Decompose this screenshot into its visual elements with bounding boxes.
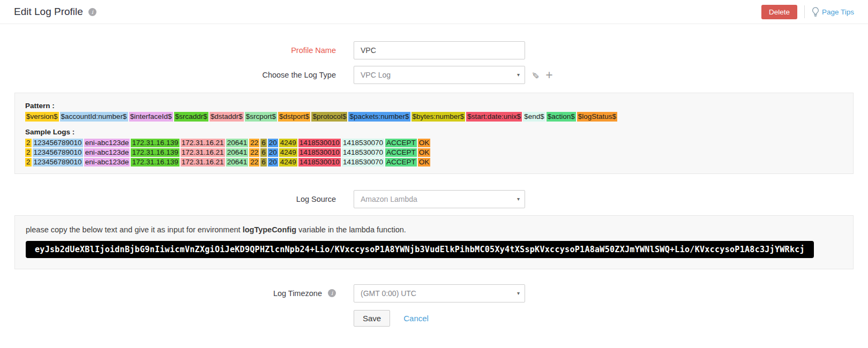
log-source-value: Amazon Lambda xyxy=(361,195,417,203)
log-type-config-code[interactable]: eyJsb2dUeXBlIjoidnBjbG9nIiwicmVnZXgiOiJe… xyxy=(26,241,814,258)
edit-log-type-icon[interactable]: ✎ xyxy=(529,71,541,79)
sample-log-field: 2 xyxy=(25,139,32,147)
pattern-token: $protocol$ xyxy=(311,112,347,122)
sample-log-field: 123456789010 xyxy=(33,139,83,147)
chevron-down-icon: ▾ xyxy=(517,290,520,296)
sample-logs: 2123456789010eni-abc123de172.31.16.13917… xyxy=(25,138,843,167)
sample-log-field: 6 xyxy=(260,148,267,157)
pattern-token: $start:date:unix$ xyxy=(466,112,522,122)
pattern-token: $bytes:number$ xyxy=(411,112,466,122)
sample-log-field: 172.31.16.21 xyxy=(181,139,225,147)
log-type-row: Choose the Log Type VPC Log ▾ ✎ + xyxy=(0,66,868,84)
log-timezone-row: Log Timezone i (GMT 0:00) UTC ▾ xyxy=(0,284,868,302)
sample-log-field: 2 xyxy=(25,148,32,157)
log-type-select[interactable]: VPC Log ▾ xyxy=(354,66,525,84)
delete-button[interactable]: Delete xyxy=(761,5,797,19)
sample-log-field: 22 xyxy=(249,139,259,147)
sample-log-field: 20641 xyxy=(226,158,249,167)
sample-log-field: ACCEPT xyxy=(385,139,417,147)
sample-log-field: eni-abc123de xyxy=(84,148,130,157)
sample-log-field: 22 xyxy=(249,148,259,157)
log-source-row: Log Source Amazon Lambda ▾ xyxy=(0,190,868,208)
sample-log-field: 172.31.16.139 xyxy=(131,148,179,157)
sample-log-field: 1418530070 xyxy=(342,139,384,147)
chevron-down-icon: ▾ xyxy=(517,72,520,78)
profile-name-row: Profile Name xyxy=(0,41,868,59)
header: Edit Log Profile i Delete Page Tips xyxy=(0,0,868,24)
pattern-tokens: $version$$accountId:number$$interfaceId$… xyxy=(25,111,843,122)
sample-log-field: 1418530010 xyxy=(298,158,341,167)
page-tips-label: Page Tips xyxy=(822,8,854,16)
pattern-token: $dstaddr$ xyxy=(209,112,244,122)
sample-log-field: 1418530070 xyxy=(342,158,384,167)
sample-log-field: 22 xyxy=(249,158,259,167)
sample-log-field: 20641 xyxy=(226,148,249,157)
sample-log-field: 6 xyxy=(260,158,267,167)
page-tips-link[interactable]: Page Tips xyxy=(812,7,854,17)
instruction-prefix: please copy the below text and give it a… xyxy=(26,225,243,234)
pattern-token: $srcaddr$ xyxy=(174,112,208,122)
sample-log-field: 1418530010 xyxy=(298,148,341,157)
sample-log-field: 20 xyxy=(268,148,278,157)
sample-log-field: ACCEPT xyxy=(385,158,417,167)
sample-log-field: 6 xyxy=(260,139,267,147)
sample-log-field: 172.31.16.139 xyxy=(131,139,179,147)
save-button[interactable]: Save xyxy=(354,310,390,327)
sample-log-field: 4249 xyxy=(279,139,297,147)
pattern-token: $version$ xyxy=(25,112,59,122)
sample-log-field: OK xyxy=(418,148,431,157)
sample-log-field: 2 xyxy=(25,158,32,167)
sample-log-field: 20 xyxy=(268,139,278,147)
pattern-heading: Pattern : xyxy=(25,102,843,110)
sample-log-field: ACCEPT xyxy=(385,148,417,157)
profile-name-label: Profile Name xyxy=(0,46,336,55)
cancel-link[interactable]: Cancel xyxy=(403,314,429,323)
sample-log-field: 123456789010 xyxy=(33,148,83,157)
log-type-label: Choose the Log Type xyxy=(0,71,336,79)
pattern-token: $interfaceId$ xyxy=(129,112,173,122)
sample-log-field: 1418530070 xyxy=(342,148,384,157)
page-title: Edit Log Profile xyxy=(14,6,83,18)
log-timezone-select[interactable]: (GMT 0:00) UTC ▾ xyxy=(354,284,525,302)
pattern-token: $accountId:number$ xyxy=(60,112,128,122)
pattern-token: $action$ xyxy=(547,112,576,122)
sample-log-field: 172.31.16.21 xyxy=(181,158,225,167)
log-source-select[interactable]: Amazon Lambda ▾ xyxy=(354,190,525,208)
sample-log-field: eni-abc123de xyxy=(84,139,130,147)
sample-log-field: 20641 xyxy=(226,139,249,147)
sample-log-field: 123456789010 xyxy=(33,158,83,167)
instruction-suffix: variable in the lambda function. xyxy=(296,225,406,234)
instruction-variable-name: logTypeConfig xyxy=(243,225,296,234)
log-source-label: Log Source xyxy=(0,195,336,203)
sample-log-field: 4249 xyxy=(279,158,297,167)
lambda-config-panel: please copy the below text and give it a… xyxy=(14,215,854,269)
edit-log-profile-form: Profile Name Choose the Log Type VPC Log… xyxy=(0,41,868,84)
sample-log-row: 2123456789010eni-abc123de172.31.16.13917… xyxy=(25,138,843,147)
chevron-down-icon: ▾ xyxy=(517,196,520,202)
sample-log-row: 2123456789010eni-abc123de172.31.16.13917… xyxy=(25,157,843,167)
sample-log-field: 1418530010 xyxy=(298,139,341,147)
sample-log-field: eni-abc123de xyxy=(84,158,130,167)
pattern-token: $end$ xyxy=(523,112,545,122)
timezone-info-icon[interactable]: i xyxy=(328,289,336,297)
info-icon[interactable]: i xyxy=(88,8,96,16)
pattern-token: $dstport$ xyxy=(278,112,310,122)
add-log-type-icon[interactable]: + xyxy=(545,70,552,80)
pattern-panel: Pattern : $version$$accountId:number$$in… xyxy=(14,93,854,174)
log-type-value: VPC Log xyxy=(361,71,391,79)
header-divider xyxy=(804,5,805,18)
sample-log-field: 172.31.16.21 xyxy=(181,148,225,157)
profile-name-input[interactable] xyxy=(354,41,525,59)
log-timezone-label-text: Log Timezone xyxy=(273,289,322,298)
pattern-token: $srcport$ xyxy=(245,112,277,122)
form-actions: Save Cancel xyxy=(0,310,868,327)
sample-log-row: 2123456789010eni-abc123de172.31.16.13917… xyxy=(25,147,843,157)
sample-log-field: 20 xyxy=(268,158,278,167)
lambda-instruction: please copy the below text and give it a… xyxy=(26,225,842,234)
log-timezone-value: (GMT 0:00) UTC xyxy=(361,289,416,298)
log-timezone-label: Log Timezone i xyxy=(0,289,336,298)
lightbulb-icon xyxy=(812,7,819,17)
sample-log-field: OK xyxy=(418,158,431,167)
pattern-token: $packets:number$ xyxy=(348,112,410,122)
pattern-token: $logStatus$ xyxy=(577,112,617,122)
